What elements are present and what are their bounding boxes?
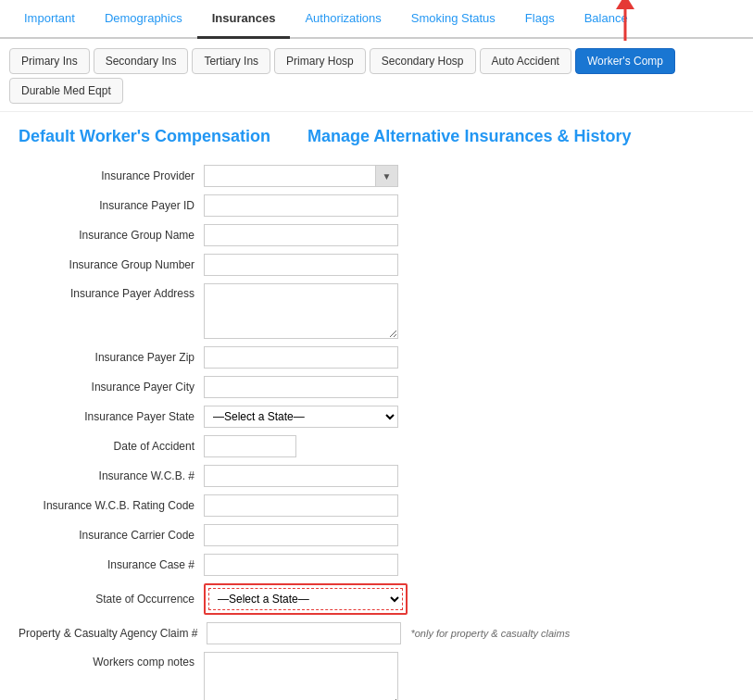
property-casualty-row: Property & Casualty Agency Claim # *only… (19, 622, 574, 644)
date-of-accident-row: Date of Accident (19, 435, 574, 457)
insurance-wcb-input[interactable] (204, 465, 398, 487)
tab-important[interactable]: Important (9, 0, 90, 39)
insurance-group-name-label: Insurance Group Name (19, 229, 204, 242)
insurance-wcb-rating-input[interactable] (204, 494, 398, 517)
insurance-wcb-row: Insurance W.C.B. # (19, 465, 574, 487)
tab-insurances[interactable]: Insurances (197, 0, 291, 39)
insurance-wcb-rating-label: Insurance W.C.B. Rating Code (19, 499, 204, 512)
insurance-wcb-label: Insurance W.C.B. # (19, 469, 204, 482)
insurance-payer-state-label: Insurance Payer State (19, 410, 204, 423)
subtab-durable-med[interactable]: Durable Med Eqpt (9, 78, 123, 104)
property-casualty-label: Property & Casualty Agency Claim # (19, 627, 207, 640)
insurance-case-label: Insurance Case # (19, 558, 204, 571)
property-casualty-input[interactable] (207, 622, 401, 644)
manage-alt-insurances-heading: Manage Alternative Insurances & History (307, 127, 631, 146)
tab-authorizations[interactable]: Authorizations (290, 0, 395, 39)
sub-tabs: Primary Ins Secondary Ins Tertiary Ins P… (0, 39, 753, 112)
state-of-occurrence-highlight: —Select a State— Alabama Alaska Arizona … (204, 583, 408, 615)
insurance-provider-row: Insurance Provider ▼ (19, 165, 574, 187)
insurance-payer-id-row: Insurance Payer ID (19, 194, 574, 217)
insurance-group-name-input[interactable] (204, 224, 398, 246)
workers-comp-notes-row: Workers comp notes (19, 652, 574, 700)
date-of-accident-input[interactable] (204, 435, 296, 457)
workers-comp-notes-label: Workers comp notes (19, 652, 204, 669)
insurance-payer-address-input[interactable] (204, 283, 398, 339)
insurance-group-name-row: Insurance Group Name (19, 224, 574, 246)
subtab-secondary-hosp[interactable]: Secondary Hosp (370, 48, 476, 74)
insurance-group-number-row: Insurance Group Number (19, 254, 574, 276)
section-headings: Default Worker's Compensation Manage Alt… (19, 127, 734, 146)
workers-comp-notes-input[interactable] (204, 652, 398, 700)
state-of-occurrence-row: State of Occurrence —Select a State— Ala… (19, 583, 574, 615)
subtab-workers-comp[interactable]: Worker's Comp (575, 48, 675, 74)
subtab-auto-accident[interactable]: Auto Accident (480, 48, 571, 74)
default-workers-comp-heading: Default Worker's Compensation (19, 127, 270, 146)
insurance-payer-state-select[interactable]: —Select a State— Alabama Alaska Arizona … (204, 406, 398, 428)
subtab-primary-hosp[interactable]: Primary Hosp (274, 48, 366, 74)
insurance-payer-city-row: Insurance Payer City (19, 376, 574, 398)
insurance-carrier-code-row: Insurance Carrier Code (19, 524, 574, 546)
state-of-occurrence-select[interactable]: —Select a State— Alabama Alaska Arizona … (208, 588, 403, 610)
subtab-secondary-ins[interactable]: Secondary Ins (94, 48, 189, 74)
insurance-payer-city-label: Insurance Payer City (19, 381, 204, 394)
claims-note: *only for property & casualty claims (410, 628, 570, 639)
insurance-carrier-code-label: Insurance Carrier Code (19, 529, 204, 542)
red-arrow-icon (611, 0, 639, 45)
insurance-payer-address-label: Insurance Payer Address (19, 283, 204, 300)
insurance-group-number-input[interactable] (204, 254, 398, 276)
insurance-payer-state-row: Insurance Payer State —Select a State— A… (19, 406, 574, 428)
insurance-provider-dropdown-btn[interactable]: ▼ (376, 165, 398, 187)
insurance-payer-zip-label: Insurance Payer Zip (19, 351, 204, 364)
tab-flags[interactable]: Flags (510, 0, 570, 39)
insurance-wcb-rating-row: Insurance W.C.B. Rating Code (19, 494, 574, 517)
insurance-provider-wrapper: ▼ (204, 165, 398, 187)
state-of-occurrence-label: State of Occurrence (19, 593, 204, 606)
top-navigation: Important Demographics Insurances Author… (0, 0, 753, 39)
subtab-tertiary-ins[interactable]: Tertiary Ins (192, 48, 270, 74)
insurance-group-number-label: Insurance Group Number (19, 258, 204, 271)
tab-smoking-status[interactable]: Smoking Status (396, 0, 510, 39)
insurance-payer-zip-input[interactable] (204, 346, 398, 369)
insurance-payer-id-input[interactable] (204, 194, 398, 217)
svg-marker-1 (616, 0, 634, 9)
insurance-case-row: Insurance Case # (19, 554, 574, 576)
insurance-provider-input[interactable] (204, 165, 376, 187)
insurance-payer-address-row: Insurance Payer Address (19, 283, 574, 339)
main-content: Default Worker's Compensation Manage Alt… (0, 112, 753, 700)
insurance-provider-label: Insurance Provider (19, 169, 204, 182)
insurance-carrier-code-input[interactable] (204, 524, 398, 546)
tab-demographics[interactable]: Demographics (90, 0, 197, 39)
workers-comp-form: Insurance Provider ▼ Insurance Payer ID … (19, 165, 574, 700)
insurance-payer-zip-row: Insurance Payer Zip (19, 346, 574, 369)
subtab-primary-ins[interactable]: Primary Ins (9, 48, 90, 74)
insurance-case-input[interactable] (204, 554, 398, 576)
insurance-payer-city-input[interactable] (204, 376, 398, 398)
insurance-payer-id-label: Insurance Payer ID (19, 199, 204, 212)
date-of-accident-label: Date of Accident (19, 440, 204, 453)
